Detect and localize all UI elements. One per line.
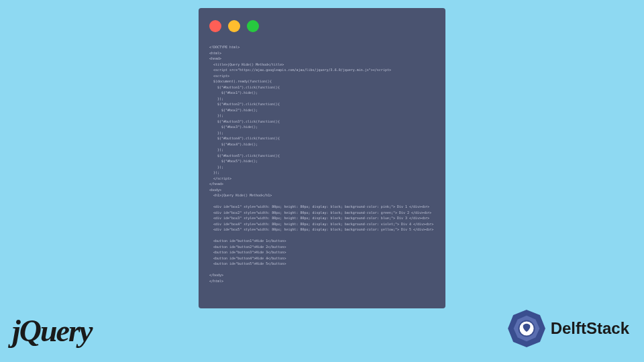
maximize-icon[interactable]: [247, 20, 259, 32]
delftstack-icon: [505, 307, 548, 350]
close-icon[interactable]: [209, 20, 221, 32]
code-snippet: <!DOCTYPE html> <html> <head> <title>jQu…: [209, 44, 435, 284]
jquery-logo: jQuery: [12, 313, 91, 349]
minimize-icon[interactable]: [228, 20, 240, 32]
window-controls: [209, 20, 435, 32]
delftstack-text: DelftStack: [551, 319, 629, 338]
code-window: <!DOCTYPE html> <html> <head> <title>jQu…: [199, 8, 445, 308]
delftstack-logo: DelftStack: [505, 307, 629, 350]
